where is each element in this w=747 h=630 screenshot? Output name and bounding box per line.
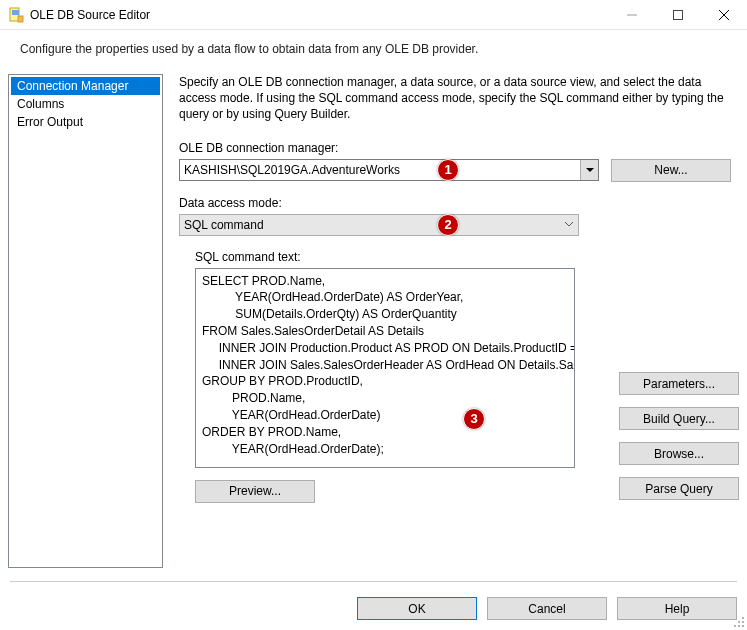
svg-point-11 — [734, 625, 736, 627]
chevron-down-icon — [560, 215, 578, 235]
parse-query-button[interactable]: Parse Query — [619, 477, 739, 500]
resize-grip[interactable] — [733, 616, 745, 628]
ok-button[interactable]: OK — [357, 597, 477, 620]
app-icon — [8, 7, 24, 23]
new-connection-button[interactable]: New... — [611, 159, 731, 182]
minimize-button[interactable] — [609, 0, 655, 29]
browse-button[interactable]: Browse... — [619, 442, 739, 465]
dialog-footer: OK Cancel Help — [357, 597, 737, 620]
build-query-button[interactable]: Build Query... — [619, 407, 739, 430]
svg-point-8 — [742, 617, 744, 619]
connection-manager-label: OLE DB connection manager: — [179, 141, 731, 155]
title-bar: OLE DB Source Editor — [0, 0, 747, 30]
sql-command-label: SQL command text: — [195, 250, 731, 264]
dialog-description: Configure the properties used by a data … — [0, 30, 747, 74]
svg-rect-2 — [18, 16, 23, 22]
chevron-down-icon — [580, 160, 598, 180]
annotation-badge-1: 1 — [437, 159, 459, 181]
svg-point-12 — [738, 625, 740, 627]
svg-rect-4 — [674, 10, 683, 19]
sidebar-item-columns[interactable]: Columns — [11, 95, 160, 113]
annotation-badge-3: 3 — [463, 408, 485, 430]
close-button[interactable] — [701, 0, 747, 29]
data-access-mode-dropdown[interactable]: SQL command — [179, 214, 579, 236]
window-title: OLE DB Source Editor — [30, 8, 609, 22]
svg-point-9 — [738, 621, 740, 623]
data-access-mode-label: Data access mode: — [179, 196, 731, 210]
sidebar-item-error-output[interactable]: Error Output — [11, 113, 160, 131]
preview-button[interactable]: Preview... — [195, 480, 315, 503]
maximize-button[interactable] — [655, 0, 701, 29]
svg-point-10 — [742, 621, 744, 623]
cancel-button[interactable]: Cancel — [487, 597, 607, 620]
svg-point-13 — [742, 625, 744, 627]
panel-instruction: Specify an OLE DB connection manager, a … — [179, 74, 731, 123]
connection-manager-dropdown[interactable]: KASHISH\SQL2019GA.AdventureWorks — [179, 159, 599, 181]
connection-manager-value: KASHISH\SQL2019GA.AdventureWorks — [184, 163, 400, 177]
help-button[interactable]: Help — [617, 597, 737, 620]
annotation-badge-2: 2 — [437, 214, 459, 236]
svg-rect-1 — [12, 10, 19, 15]
sidebar-item-connection-manager[interactable]: Connection Manager — [11, 77, 160, 95]
parameters-button[interactable]: Parameters... — [619, 372, 739, 395]
sql-command-textarea[interactable]: SELECT PROD.Name, YEAR(OrdHead.OrderDate… — [195, 268, 575, 468]
svg-marker-7 — [586, 168, 594, 172]
data-access-mode-value: SQL command — [184, 218, 264, 232]
category-list: Connection Manager Columns Error Output — [8, 74, 163, 568]
separator — [10, 581, 737, 582]
